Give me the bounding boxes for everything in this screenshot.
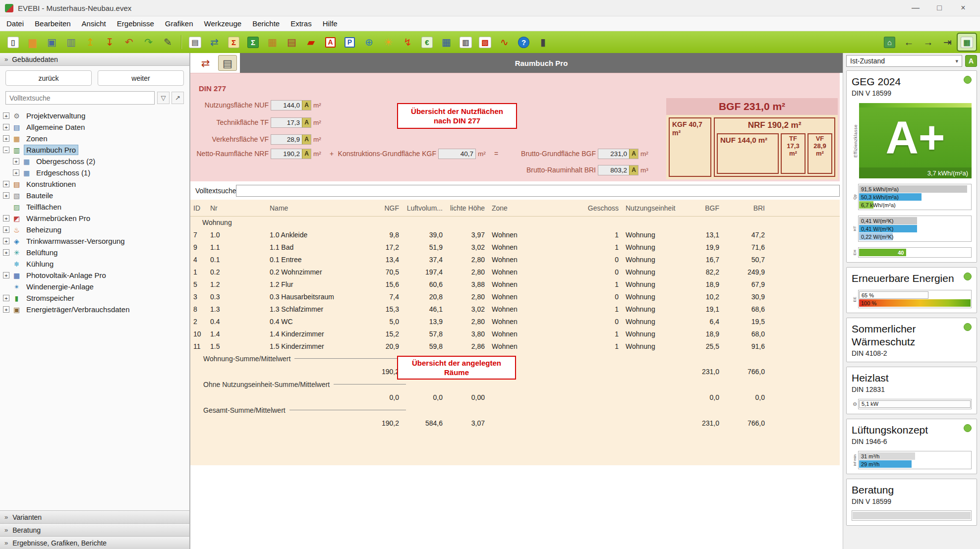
sum-total-icon[interactable]: Σ bbox=[244, 34, 262, 51]
table-row[interactable]: 20.40.4 WC5,013,92,80Wohnen0Wohnung6,419… bbox=[190, 315, 840, 328]
table-group-row[interactable]: Wohnung bbox=[190, 217, 840, 228]
column-header-bgf[interactable]: BGF bbox=[677, 204, 719, 212]
new-file-icon[interactable]: ▯ bbox=[4, 34, 22, 51]
column-header-lichte-höhe[interactable]: lichte Höhe bbox=[443, 204, 485, 212]
import-icon[interactable]: ↥ bbox=[81, 34, 100, 51]
kgf-field[interactable]: 40,7 bbox=[438, 149, 476, 159]
tree-item-kühlung[interactable]: +❄Kühlung bbox=[0, 258, 189, 270]
menu-item-ergebnisse[interactable]: Ergebnisse bbox=[112, 16, 160, 31]
sidebar-header[interactable]: » Gebäudedaten bbox=[0, 53, 189, 66]
filter-icon[interactable]: ▽ bbox=[157, 92, 170, 104]
data-exchange-icon[interactable]: ⇄ bbox=[205, 34, 224, 51]
copy-window-icon[interactable]: ▥ bbox=[62, 34, 80, 51]
nuf-auto-button[interactable]: A bbox=[302, 101, 311, 110]
tree-item-konstruktionen[interactable]: +▤Konstruktionen bbox=[0, 178, 189, 190]
expand-toggle-icon[interactable]: + bbox=[3, 272, 9, 278]
letter-a-icon[interactable]: A bbox=[321, 34, 340, 51]
expand-toggle-icon[interactable]: + bbox=[13, 158, 19, 165]
tree-item-obergeschoss-2[interactable]: +▦Obergeschoss (2) bbox=[0, 156, 189, 167]
tree-item-allgemeine-daten[interactable]: +▤Allgemeine Daten bbox=[0, 121, 189, 133]
help-icon[interactable]: ? bbox=[515, 34, 533, 51]
save-icon[interactable]: ▣ bbox=[43, 34, 61, 51]
tree-item-erdgeschoss-1[interactable]: +▦Erdgeschoss (1) bbox=[0, 167, 189, 178]
tree-item-windenergie-anlage[interactable]: +✴Windenergie-Anlage bbox=[0, 281, 189, 292]
globe-icon[interactable]: ⊕ bbox=[360, 34, 378, 51]
graph-icon[interactable]: ∿ bbox=[495, 34, 514, 51]
letter-p-icon[interactable]: P bbox=[341, 34, 359, 51]
tree-item-photovoltaik-anlage-pro[interactable]: +▦Photovoltaik-Anlage Pro bbox=[0, 270, 189, 281]
tf-field[interactable]: 17,3 A bbox=[271, 117, 311, 128]
menu-item-bearbeiten[interactable]: Bearbeiten bbox=[29, 16, 76, 31]
euro-icon[interactable]: € bbox=[418, 34, 436, 51]
table-row[interactable]: 111.51.5 Kinderzimmer20,959,82,86Wohnen1… bbox=[190, 340, 840, 352]
checklist-icon[interactable]: ▤ bbox=[283, 34, 301, 51]
table-row[interactable]: 40.10.1 Entree13,437,42,80Wohnen0Wohnung… bbox=[190, 253, 840, 266]
table-row[interactable]: 101.41.4 Kinderzimmer15,257,83,80Wohnen1… bbox=[190, 328, 840, 340]
report-table-icon[interactable]: ▥ bbox=[457, 34, 475, 51]
expand-toggle-icon[interactable]: + bbox=[3, 238, 9, 244]
tree-item-beheizung[interactable]: +♨Beheizung bbox=[0, 224, 189, 235]
expand-toggle-icon[interactable]: + bbox=[3, 249, 9, 256]
column-header-id[interactable]: ID bbox=[193, 204, 210, 212]
tf-auto-button[interactable]: A bbox=[302, 118, 311, 127]
database-icon[interactable]: ▮ bbox=[534, 34, 552, 51]
table-row[interactable]: 71.01.0 Ankleide9,839,03,97Wohnen1Wohnun… bbox=[190, 228, 840, 241]
expand-view-icon[interactable]: ↗ bbox=[172, 92, 184, 104]
menu-item-extras[interactable]: Extras bbox=[285, 16, 317, 31]
expand-toggle-icon[interactable]: + bbox=[3, 192, 9, 199]
export-icon[interactable]: ↧ bbox=[101, 34, 119, 51]
menu-item-grafiken[interactable]: Grafiken bbox=[160, 16, 199, 31]
column-header-nr[interactable]: Nr bbox=[210, 204, 270, 212]
bgf-field[interactable]: 231,0 A bbox=[598, 149, 638, 159]
column-header-bri[interactable]: BRI bbox=[719, 204, 765, 212]
lightning-icon[interactable]: ↯ bbox=[399, 34, 417, 51]
nav-back-icon[interactable]: ← bbox=[900, 34, 918, 51]
bri-field[interactable]: 803,2 A bbox=[598, 165, 638, 175]
expand-toggle-icon[interactable]: − bbox=[3, 147, 9, 153]
redo-icon[interactable]: ↷ bbox=[139, 34, 158, 51]
menu-item-datei[interactable]: Datei bbox=[1, 16, 29, 31]
table-row[interactable]: 51.21.2 Flur15,660,63,88Wohnen1Wohnung18… bbox=[190, 278, 840, 290]
tree-item-teilflächen[interactable]: +▨Teilflächen bbox=[0, 201, 189, 213]
table-search-input[interactable] bbox=[236, 185, 840, 197]
image-export-icon[interactable]: ▧ bbox=[476, 34, 494, 51]
assign-room-icon[interactable]: ⇄ bbox=[196, 55, 215, 71]
calculator-icon[interactable]: ▦ bbox=[437, 34, 456, 51]
sidebar-search-input[interactable] bbox=[5, 91, 155, 105]
column-header-ngf[interactable]: NGF bbox=[357, 204, 399, 212]
tree-item-zonen[interactable]: +▦Zonen bbox=[0, 133, 189, 144]
nav-forward-icon[interactable]: → bbox=[919, 34, 937, 51]
expand-toggle-icon[interactable]: + bbox=[3, 124, 9, 130]
expand-toggle-icon[interactable]: + bbox=[3, 295, 9, 301]
sidebar-bar-beratung[interactable]: »Beratung bbox=[0, 523, 189, 536]
column-header-luftvolum[interactable]: Luftvolum... bbox=[399, 204, 443, 212]
building-energy-icon[interactable]: ⌂ bbox=[880, 34, 899, 51]
sidebar-bar-varianten[interactable]: »Varianten bbox=[0, 510, 189, 523]
column-header-geschoss[interactable]: Geschoss bbox=[579, 204, 619, 212]
next-button[interactable]: weiter bbox=[98, 70, 184, 86]
tree-item-projektverwaltung[interactable]: +⚙Projektverwaltung bbox=[0, 110, 189, 121]
expand-toggle-icon[interactable]: + bbox=[3, 306, 9, 313]
undo-icon[interactable]: ↶ bbox=[120, 34, 138, 51]
sidebar-bar-ergebnisse-grafiken-berichte[interactable]: »Ergebnisse, Grafiken, Berichte bbox=[0, 536, 189, 549]
edit-wand-icon[interactable]: ✎ bbox=[159, 34, 177, 51]
tree-item-belüftung[interactable]: +✳Belüftung bbox=[0, 247, 189, 258]
menu-item-ansicht[interactable]: Ansicht bbox=[76, 16, 112, 31]
sun-icon[interactable]: ☀ bbox=[379, 34, 398, 51]
table-row[interactable]: 81.31.3 Schlafzimmer15,346,13,02Wohnen1W… bbox=[190, 303, 840, 315]
nrf-auto-button[interactable]: A bbox=[302, 149, 311, 159]
maximize-button[interactable]: □ bbox=[927, 0, 951, 16]
bri-auto-button[interactable]: A bbox=[629, 165, 638, 175]
expand-toggle-icon[interactable]: + bbox=[3, 215, 9, 221]
state-selector[interactable]: Ist-Zustand ▾ bbox=[846, 55, 962, 67]
back-button[interactable]: zurück bbox=[5, 70, 92, 86]
tree-item-stromspeicher[interactable]: +▮Stromspeicher bbox=[0, 292, 189, 304]
auto-mode-button[interactable]: A bbox=[965, 55, 977, 67]
open-folder-icon[interactable]: ▆ bbox=[23, 34, 42, 51]
sum-single-icon[interactable]: Σ bbox=[225, 34, 243, 51]
vf-field[interactable]: 28,9 A bbox=[271, 134, 311, 145]
table-row[interactable]: 91.11.1 Bad17,251,93,02Wohnen1Wohnung19,… bbox=[190, 241, 840, 253]
menu-item-werkzeuge[interactable]: Werkzeuge bbox=[199, 16, 247, 31]
close-button[interactable]: × bbox=[951, 0, 975, 16]
expand-toggle-icon[interactable]: + bbox=[3, 112, 9, 119]
